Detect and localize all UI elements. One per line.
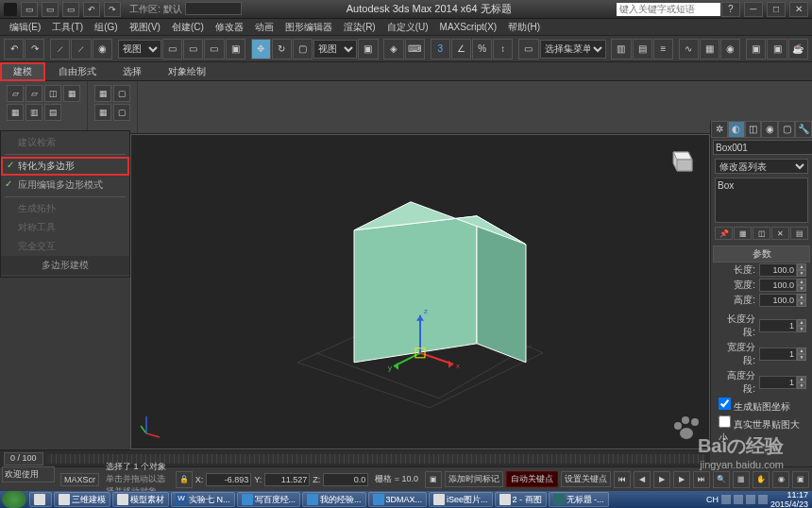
menu-customize[interactable]: 自定义(U) bbox=[381, 21, 434, 34]
task-4[interactable]: 写百度经... bbox=[237, 492, 301, 507]
tab-selection[interactable]: 选择 bbox=[110, 62, 155, 81]
width-input[interactable] bbox=[759, 279, 797, 292]
poly-btn-3[interactable]: ◫ bbox=[44, 85, 61, 102]
select-icon[interactable]: ▭ bbox=[162, 39, 182, 59]
manipulate-icon[interactable]: ◈ bbox=[383, 39, 403, 59]
menu-animation[interactable]: 动画 bbox=[249, 21, 279, 34]
task-7[interactable]: iSee图片... bbox=[429, 492, 493, 507]
stack-pin-icon[interactable]: 📌 bbox=[715, 227, 733, 240]
task-9[interactable]: 无标题 -... bbox=[549, 492, 609, 507]
rotate-icon[interactable]: ↻ bbox=[272, 39, 292, 59]
stack-remove-icon[interactable]: ✕ bbox=[771, 227, 789, 240]
length-input[interactable] bbox=[759, 263, 797, 277]
qat-open-icon[interactable]: ▭ bbox=[42, 2, 59, 17]
wseg-spinner[interactable]: ▲▼ bbox=[797, 347, 806, 361]
clock-date[interactable]: 2015/4/23 bbox=[770, 500, 808, 508]
render-setup-icon[interactable]: ▣ bbox=[746, 39, 766, 59]
edit-named-sel-icon[interactable]: ▭ bbox=[518, 39, 538, 59]
qat-undo-icon[interactable]: ↶ bbox=[83, 2, 100, 17]
help-button[interactable]: ? bbox=[721, 2, 740, 17]
keyboard-icon[interactable]: ⌨ bbox=[405, 39, 425, 59]
selection-filter[interactable]: 视图 bbox=[118, 40, 161, 59]
menu-tools[interactable]: 工具(T) bbox=[46, 21, 89, 34]
poly-btn-4[interactable]: ▦ bbox=[63, 85, 80, 102]
tray-icon-1[interactable] bbox=[721, 495, 731, 504]
zoom-icon[interactable]: 🔍 bbox=[713, 471, 730, 488]
curve-editor-icon[interactable]: ∿ bbox=[679, 39, 699, 59]
lang-indicator[interactable]: CH bbox=[706, 495, 719, 504]
refcoord-dropdown[interactable]: 视图 bbox=[313, 40, 357, 59]
isolate-icon[interactable]: ▣ bbox=[425, 471, 442, 488]
start-button[interactable] bbox=[2, 491, 26, 508]
task-3[interactable]: W实验七 N... bbox=[171, 492, 235, 507]
select-name-icon[interactable]: ▭ bbox=[183, 39, 203, 59]
spinner-snap-icon[interactable]: ↕ bbox=[493, 39, 513, 59]
modifier-stack[interactable]: Box bbox=[715, 178, 808, 223]
task-6[interactable]: 3DMAX... bbox=[368, 492, 428, 507]
poly-btn-5[interactable]: ▦ bbox=[7, 104, 24, 121]
next-frame-icon[interactable]: ▶ bbox=[673, 471, 690, 488]
percent-snap-icon[interactable]: % bbox=[472, 39, 492, 59]
unlink-icon[interactable]: ⟋ bbox=[71, 39, 91, 59]
material-icon[interactable]: ◉ bbox=[720, 39, 740, 59]
viewcube-icon[interactable] bbox=[662, 143, 700, 180]
close-button[interactable]: ✕ bbox=[789, 2, 808, 17]
window-cross-icon[interactable]: ▣ bbox=[226, 39, 245, 59]
stack-show-icon[interactable]: ▦ bbox=[734, 227, 752, 240]
genmap-checkbox[interactable] bbox=[719, 398, 731, 410]
tray-icon-3[interactable] bbox=[746, 495, 755, 504]
qat-save-icon[interactable]: ▭ bbox=[62, 2, 79, 17]
menu-create[interactable]: 创建(C) bbox=[166, 21, 210, 34]
tray-icon-2[interactable] bbox=[734, 495, 743, 504]
stack-config-icon[interactable]: ▤ bbox=[790, 227, 808, 240]
x-input[interactable] bbox=[206, 473, 251, 486]
minimize-button[interactable]: ─ bbox=[744, 2, 763, 17]
realworld-checkbox[interactable] bbox=[719, 415, 731, 428]
box-object[interactable]: x y z bbox=[288, 164, 552, 410]
tab-utilities-icon[interactable]: 🔧 bbox=[795, 121, 812, 138]
hseg-spinner[interactable]: ▲▼ bbox=[797, 376, 806, 389]
lock-icon[interactable]: 🔒 bbox=[176, 471, 193, 488]
task-explorer[interactable] bbox=[29, 492, 52, 507]
zoom-all-icon[interactable]: ▦ bbox=[733, 471, 750, 488]
menu-modifiers[interactable]: 修改器 bbox=[210, 21, 249, 34]
task-1[interactable]: 三维建模 bbox=[54, 492, 110, 507]
scale-icon[interactable]: ▢ bbox=[293, 39, 313, 59]
task-5[interactable]: 我的经验... bbox=[302, 492, 366, 507]
tab-create-icon[interactable]: ✲ bbox=[711, 121, 728, 138]
select-rect-icon[interactable]: ▭ bbox=[204, 39, 224, 59]
tray-volume-icon[interactable] bbox=[758, 495, 768, 504]
height-input[interactable] bbox=[759, 294, 797, 307]
schematic-icon[interactable]: ▦ bbox=[700, 39, 719, 59]
tab-modify-icon[interactable]: ◐ bbox=[728, 121, 745, 138]
tab-hierarchy-icon[interactable]: ◫ bbox=[745, 121, 762, 138]
script-label[interactable]: MAXScr bbox=[60, 473, 99, 486]
lseg-spinner[interactable]: ▲▼ bbox=[797, 319, 806, 332]
poly-btn-1[interactable]: ▱ bbox=[7, 85, 24, 102]
search-input[interactable] bbox=[617, 3, 720, 16]
tab-freeform[interactable]: 自由形式 bbox=[45, 62, 110, 81]
named-sel-dropdown[interactable]: 选择集菜单 bbox=[540, 40, 606, 59]
frame-indicator[interactable]: 0 / 100 bbox=[4, 452, 43, 466]
menu-group[interactable]: 组(G) bbox=[89, 21, 123, 34]
pivot-icon[interactable]: ▣ bbox=[358, 39, 378, 59]
app-logo-icon[interactable] bbox=[4, 3, 17, 16]
menu-views[interactable]: 视图(V) bbox=[124, 21, 166, 34]
ext-btn-3[interactable]: ▦ bbox=[94, 104, 111, 121]
modifier-list-dropdown[interactable]: 修改器列表 bbox=[715, 159, 808, 174]
goto-end-icon[interactable]: ⏭ bbox=[693, 471, 710, 488]
ctx-convert-to-poly[interactable]: 转化为多边形 bbox=[1, 157, 129, 176]
setkey-button[interactable]: 设置关键点 bbox=[561, 471, 611, 487]
autokey-button[interactable]: 自动关键点 bbox=[506, 471, 558, 487]
redo-icon[interactable]: ↷ bbox=[25, 39, 44, 59]
rollout-params-header[interactable]: 参数 bbox=[713, 246, 810, 262]
qat-redo-icon[interactable]: ↷ bbox=[104, 2, 121, 17]
wseg-input[interactable] bbox=[759, 347, 797, 361]
qat-new-icon[interactable]: ▭ bbox=[21, 2, 38, 17]
ctx-apply-editpoly[interactable]: 应用编辑多边形模式 bbox=[1, 176, 129, 195]
perspective-viewport[interactable]: x y z bbox=[130, 134, 710, 449]
angle-snap-icon[interactable]: ∠ bbox=[451, 39, 471, 59]
move-icon[interactable]: ✥ bbox=[251, 39, 271, 59]
snap-icon[interactable]: 3 bbox=[431, 39, 450, 59]
bind-icon[interactable]: ◉ bbox=[93, 39, 112, 59]
